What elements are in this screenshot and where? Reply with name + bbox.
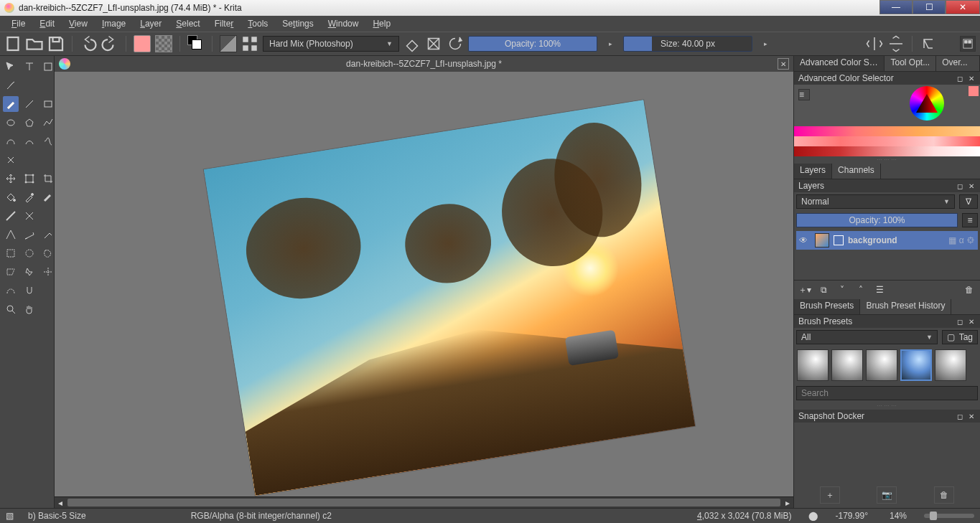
tool-bezier[interactable] (3, 133, 19, 149)
alpha-lock-toggle[interactable] (425, 35, 442, 52)
layer-blend-select[interactable]: Normal▼ (796, 194, 955, 209)
tool-poly-select[interactable] (3, 264, 19, 280)
tool-line[interactable] (22, 96, 37, 112)
size-slider[interactable]: Size: 40.00 px (623, 36, 752, 52)
brush-preset-5[interactable] (935, 349, 966, 381)
status-brush-preset[interactable]: b) Basic-5 Size (24, 511, 90, 521)
document-close-button[interactable]: ✕ (778, 58, 789, 70)
selection-mask-icon[interactable]: ▧ (6, 511, 14, 521)
tool-freehand-select[interactable] (40, 245, 56, 261)
tool-gradient[interactable] (3, 208, 19, 224)
snapshot-add-button[interactable]: ＋ (820, 486, 840, 504)
tool-freehand-brush[interactable] (3, 96, 19, 112)
tool-smart-patch[interactable] (40, 189, 56, 205)
tool-contiguous-select[interactable] (22, 264, 37, 280)
docker-separator-2[interactable]: ⋯⋯⋯ (794, 402, 980, 410)
tool-fill[interactable] (3, 189, 19, 205)
tab-brush-history[interactable]: Brush Preset History (860, 299, 951, 314)
move-down-button[interactable]: ˅ (836, 283, 849, 296)
tool-reference[interactable] (40, 227, 56, 242)
layer-opacity-slider[interactable]: Opacity: 100% (796, 213, 958, 227)
move-up-button[interactable]: ˄ (854, 283, 867, 296)
menu-view[interactable]: View (62, 17, 95, 30)
zoom-slider[interactable] (924, 514, 974, 518)
float-docker-icon[interactable]: ◻ (956, 74, 964, 83)
tool-calligraphy[interactable] (3, 77, 19, 93)
snapshot-delete-button[interactable]: 🗑 (934, 486, 954, 504)
layer-name-label[interactable]: background (848, 235, 897, 245)
tab-overview[interactable]: Over... (936, 56, 980, 71)
layer-properties-button[interactable]: ☰ (873, 283, 886, 296)
menu-image[interactable]: Image (95, 17, 133, 30)
float-docker-icon[interactable]: ◻ (956, 412, 964, 420)
document-tab-title[interactable]: dan-kreibich--5ZCZF7_LfI-unsplash.jpg * (76, 59, 772, 69)
minimize-button[interactable]: — (879, 0, 913, 14)
fg-bg-color-swap[interactable] (187, 35, 205, 52)
snapshot-capture-button[interactable]: 📷 (877, 486, 897, 504)
brush-preset-2[interactable] (831, 349, 863, 381)
brush-preset-3[interactable] (866, 349, 897, 381)
float-docker-icon[interactable]: ◻ (956, 182, 964, 190)
layer-lock-icons[interactable]: ▦ α ⯐ (948, 235, 975, 245)
gradient-swatch[interactable] (134, 35, 151, 52)
status-color-model[interactable]: RGB/Alpha (8-bit integer/channel) c2 (187, 511, 336, 521)
maximize-button[interactable]: ☐ (913, 0, 946, 14)
redo-button[interactable] (101, 35, 118, 52)
workspace-chooser[interactable] (960, 36, 976, 52)
preset-search-input[interactable]: Search (796, 386, 978, 400)
close-docker-icon[interactable]: ✕ (967, 74, 976, 83)
blend-mode-select[interactable]: Hard Mix (Photoshop) ▼ (263, 36, 399, 52)
tab-advanced-color[interactable]: Advanced Color Sele... (794, 56, 885, 71)
layer-opacity-more[interactable]: ≡ (962, 213, 978, 227)
open-file-button[interactable] (26, 35, 43, 52)
tool-multibrush[interactable] (3, 152, 19, 168)
size-more-button[interactable]: ▸ (757, 35, 774, 52)
docker-separator[interactable]: ⋯⋯⋯ (794, 156, 980, 164)
close-docker-icon[interactable]: ✕ (967, 182, 976, 190)
new-file-button[interactable] (4, 35, 22, 52)
preset-filter-select[interactable]: All▼ (796, 330, 938, 344)
preset-tag-button[interactable]: ▢ Tag (942, 330, 978, 344)
save-file-button[interactable] (47, 35, 65, 52)
tool-polyline[interactable] (40, 115, 56, 131)
acs-menu-icon[interactable]: ≡ (798, 89, 810, 100)
menu-file[interactable]: File (4, 17, 32, 30)
eraser-toggle[interactable] (403, 35, 421, 52)
status-zoom[interactable]: 14% (885, 511, 911, 521)
tool-bezier-select[interactable] (3, 283, 19, 298)
tool-assistant[interactable] (3, 227, 19, 242)
tool-rect-select[interactable] (3, 245, 19, 261)
close-docker-icon[interactable]: ✕ (967, 317, 976, 326)
tool-similar-select[interactable] (40, 264, 56, 280)
layer-row-background[interactable]: 👁 background ▦ α ⯐ (796, 231, 978, 250)
undo-button[interactable] (80, 35, 97, 52)
advanced-color-selector[interactable]: ≡ (794, 85, 980, 156)
tool-magnetic-select[interactable] (22, 283, 37, 298)
tool-pattern-edit[interactable] (22, 208, 37, 224)
menu-settings[interactable]: Settings (275, 17, 320, 30)
tool-transform-layer[interactable] (22, 171, 37, 187)
tool-pan[interactable] (22, 301, 37, 317)
tab-tool-options[interactable]: Tool Opt... (885, 56, 936, 71)
tool-transform[interactable] (3, 59, 19, 75)
pattern-swatch[interactable] (155, 35, 172, 52)
tool-crop[interactable] (40, 171, 56, 187)
brush-preset-1[interactable] (797, 349, 829, 381)
close-docker-icon[interactable]: ✕ (967, 412, 976, 420)
menu-window[interactable]: Window (321, 17, 366, 30)
tab-channels[interactable]: Channels (832, 164, 881, 179)
tool-freehand-path[interactable] (22, 133, 37, 149)
tool-rectangle[interactable] (40, 96, 56, 112)
tool-ellipse[interactable] (3, 115, 19, 131)
duplicate-layer-button[interactable]: ⧉ (817, 283, 830, 296)
menu-tools[interactable]: Tools (241, 17, 275, 30)
tool-move[interactable] (3, 171, 19, 187)
color-wheel[interactable] (910, 86, 944, 121)
opacity-more-button[interactable]: ▸ (602, 35, 619, 52)
tab-brush-presets[interactable]: Brush Presets (794, 299, 860, 314)
eye-icon[interactable]: 👁 (799, 235, 811, 245)
close-button[interactable]: ✕ (946, 0, 980, 14)
menu-filter[interactable]: Filter (207, 17, 241, 30)
reload-preset-button[interactable] (447, 35, 464, 52)
last-color-swatch[interactable] (969, 86, 979, 96)
